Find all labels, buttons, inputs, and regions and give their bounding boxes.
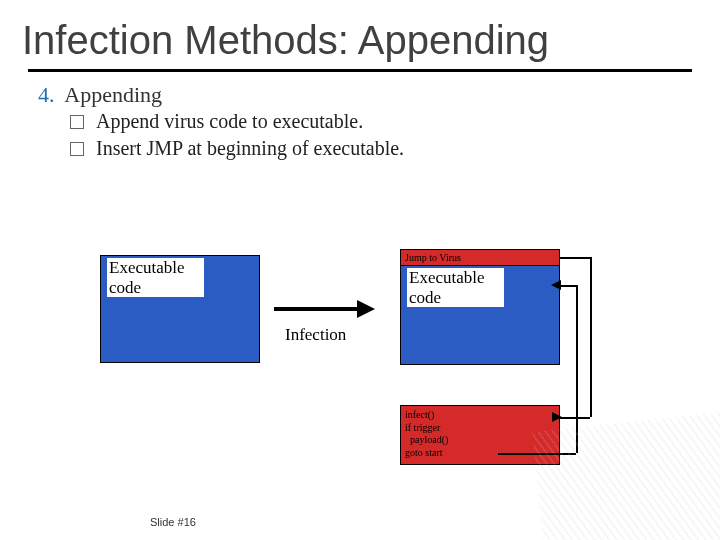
right-executable-box: Executable code	[400, 265, 560, 365]
goto-arrow-seg	[576, 285, 578, 453]
infection-arrow-body	[274, 307, 359, 311]
checkbox-icon	[70, 115, 84, 129]
gap	[400, 365, 560, 405]
slide-number: Slide #16	[150, 516, 196, 528]
diagram: Executable code Infection Jump to Virus …	[0, 225, 720, 485]
bullet-1: Append virus code to executable.	[0, 108, 720, 135]
bullet-1-text: Append virus code to executable.	[96, 110, 363, 132]
left-executable-label: Executable code	[107, 258, 204, 297]
list-number: 4.	[38, 82, 55, 107]
right-executable-label: Executable code	[407, 268, 504, 307]
jump-arrow-seg	[560, 257, 590, 259]
virus-code-text: infect() if trigger payload() goto start	[405, 409, 555, 459]
goto-arrow-head-icon	[551, 280, 561, 290]
jump-arrow-head-icon	[552, 412, 572, 422]
jump-label: Jump to Virus	[405, 252, 461, 263]
bullet-2: Insert JMP at beginning of executable.	[0, 135, 720, 162]
infection-label: Infection	[285, 325, 346, 345]
infection-arrow-head-icon	[357, 300, 375, 318]
right-stack: Jump to Virus Executable code infect() i…	[400, 249, 560, 465]
left-executable-box: Executable code	[100, 255, 260, 363]
goto-arrow-seg	[560, 285, 576, 287]
checkbox-icon	[70, 142, 84, 156]
goto-arrow-seg	[498, 453, 576, 455]
list-item-4: 4. Appending	[0, 72, 720, 108]
list-heading: Appending	[64, 82, 162, 107]
jump-instruction-box: Jump to Virus	[400, 249, 560, 265]
bullet-2-text: Insert JMP at beginning of executable.	[96, 137, 404, 159]
virus-code-box: infect() if trigger payload() goto start	[400, 405, 560, 465]
slide-title: Infection Methods: Appending	[0, 0, 720, 69]
jump-arrow-seg	[590, 257, 592, 417]
